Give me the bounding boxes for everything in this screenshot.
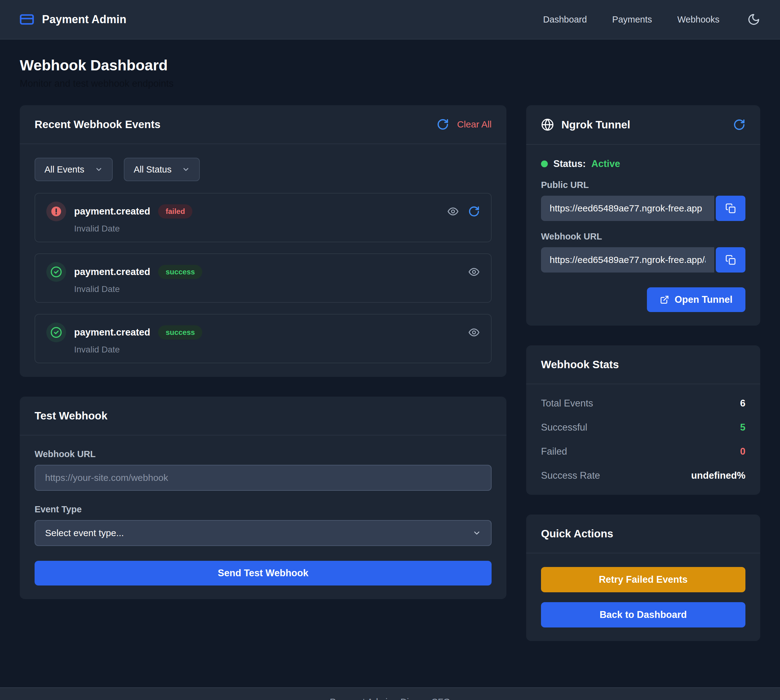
event-row: payment.created failed	[35, 193, 492, 242]
stat-value: 0	[740, 446, 745, 457]
stat-value: undefined%	[691, 470, 745, 481]
stat-row: Successful 5	[541, 422, 745, 433]
copy-icon	[725, 203, 736, 213]
footer-text: Payment Admin - Django CFG	[330, 697, 450, 700]
chevron-down-icon	[95, 165, 103, 173]
copy-icon	[725, 255, 736, 265]
chevron-down-icon	[473, 529, 481, 537]
status-filter-value: All Status	[134, 165, 172, 175]
view-event-eye-icon[interactable]	[468, 327, 480, 338]
chevron-down-icon	[182, 165, 190, 173]
webhook-stats-card: Webhook Stats Total Events 6 Successful …	[526, 345, 760, 495]
open-tunnel-label: Open Tunnel	[675, 294, 732, 305]
page-title: Webhook Dashboard	[20, 57, 760, 74]
event-timestamp: Invalid Date	[74, 224, 480, 233]
retry-failed-events-button[interactable]: Retry Failed Events	[541, 567, 745, 592]
refresh-tunnel-icon[interactable]	[733, 118, 745, 131]
check-circle-icon	[50, 266, 62, 278]
retry-event-icon[interactable]	[468, 205, 480, 217]
brand: Payment Admin	[20, 12, 126, 27]
external-link-icon	[660, 295, 669, 304]
event-row: payment.created success	[35, 253, 492, 303]
event-type-select-value: Select event type...	[45, 528, 124, 538]
brand-title: Payment Admin	[42, 13, 126, 26]
event-type-filter-select[interactable]: All Events	[35, 158, 113, 181]
main-content: Webhook Dashboard Monitor and test webho…	[0, 40, 780, 687]
stat-value: 6	[740, 398, 745, 409]
event-filter-value: All Events	[45, 165, 84, 175]
recent-events-title: Recent Webhook Events	[35, 118, 160, 130]
event-timestamp: Invalid Date	[74, 284, 480, 294]
recent-events-card: Recent Webhook Events Clear All	[20, 105, 506, 377]
status-value: Active	[591, 158, 620, 170]
stat-row: Success Rate undefined%	[541, 470, 745, 481]
footer: Payment Admin - Django CFG	[0, 687, 780, 700]
test-webhook-title: Test Webhook	[35, 410, 107, 422]
view-event-eye-icon[interactable]	[447, 205, 459, 217]
event-type-label: Event Type	[35, 504, 492, 515]
event-name: payment.created	[74, 206, 150, 217]
copy-webhook-url-button[interactable]	[716, 247, 745, 273]
check-circle-icon	[50, 327, 62, 338]
stat-row: Failed 0	[541, 446, 745, 457]
ngrok-tunnel-title: Ngrok Tunnel	[561, 118, 630, 131]
moon-icon[interactable]	[747, 13, 760, 26]
quick-actions-title: Quick Actions	[541, 527, 613, 540]
public-url-label: Public URL	[541, 180, 745, 190]
stat-value: 5	[740, 422, 745, 433]
test-webhook-card: Test Webhook Webhook URL Event Type Sele…	[20, 397, 506, 599]
nav-links: Dashboard Payments Webhooks	[543, 13, 760, 26]
events-list: payment.created failed	[35, 193, 492, 363]
send-test-webhook-button[interactable]: Send Test Webhook	[35, 561, 492, 585]
status-label: Status:	[553, 158, 586, 170]
quick-actions-card: Quick Actions Retry Failed Events Back t…	[526, 515, 760, 641]
tunnel-webhook-url-input[interactable]	[541, 247, 714, 273]
event-status-avatar	[46, 323, 66, 342]
nav-link-payments[interactable]: Payments	[612, 15, 652, 25]
stat-label: Success Rate	[541, 470, 600, 481]
status-filter-select[interactable]: All Status	[124, 158, 200, 181]
stat-label: Failed	[541, 446, 567, 457]
clear-all-button[interactable]: Clear All	[457, 119, 492, 130]
status-dot	[541, 160, 548, 167]
event-status-badge: success	[158, 265, 202, 279]
event-status-avatar	[46, 262, 66, 282]
event-type-select[interactable]: Select event type...	[35, 520, 492, 546]
webhook-stats-title: Webhook Stats	[541, 358, 619, 371]
copy-public-url-button[interactable]	[716, 196, 745, 221]
nav-link-webhooks[interactable]: Webhooks	[678, 15, 720, 25]
stats-list: Total Events 6 Successful 5 Failed 0	[526, 384, 760, 495]
credit-card-icon	[20, 12, 34, 27]
ngrok-tunnel-card: Ngrok Tunnel Status:	[526, 105, 760, 326]
back-to-dashboard-button[interactable]: Back to Dashboard	[541, 602, 745, 627]
globe-icon	[541, 118, 554, 131]
stat-label: Successful	[541, 422, 587, 433]
top-navbar: Payment Admin Dashboard Payments Webhook…	[0, 0, 780, 40]
refresh-events-icon[interactable]	[437, 118, 449, 130]
event-name: payment.created	[74, 327, 150, 338]
public-url-input[interactable]	[541, 196, 714, 221]
event-timestamp: Invalid Date	[74, 345, 480, 355]
event-status-badge: success	[158, 325, 202, 340]
alert-circle-icon	[50, 205, 62, 217]
nav-link-dashboard[interactable]: Dashboard	[543, 15, 587, 25]
event-row: payment.created success	[35, 314, 492, 363]
event-name: payment.created	[74, 267, 150, 277]
tunnel-webhook-url-label: Webhook URL	[541, 232, 745, 242]
event-status-badge: failed	[158, 204, 192, 218]
stat-row: Total Events 6	[541, 398, 745, 409]
view-event-eye-icon[interactable]	[468, 266, 480, 278]
page-subtitle: Monitor and test webhook endpoints	[20, 78, 760, 89]
webhook-url-label: Webhook URL	[35, 449, 492, 459]
event-status-avatar	[46, 202, 66, 221]
webhook-url-input[interactable]	[35, 465, 492, 491]
stat-label: Total Events	[541, 398, 593, 409]
open-tunnel-button[interactable]: Open Tunnel	[647, 287, 745, 312]
